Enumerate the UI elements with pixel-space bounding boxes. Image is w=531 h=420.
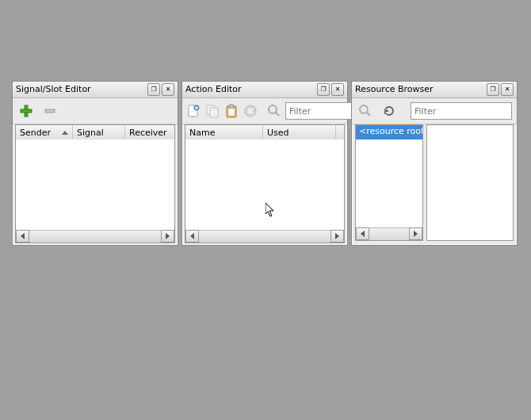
resource-preview[interactable] [426, 124, 514, 241]
svg-rect-2 [45, 109, 55, 113]
svg-rect-1 [21, 109, 32, 113]
sort-asc-icon [62, 131, 68, 135]
action-table: Name Used [185, 124, 345, 243]
column-spacer [336, 125, 344, 139]
close-icon: ✕ [166, 82, 171, 97]
remove-button[interactable] [40, 101, 60, 121]
restore-button[interactable]: ❐ [317, 83, 330, 96]
restore-icon: ❐ [320, 82, 326, 97]
copy-action-button[interactable] [204, 101, 220, 121]
column-signal[interactable]: Signal [73, 125, 125, 139]
svg-rect-8 [229, 105, 234, 108]
close-icon: ✕ [335, 82, 341, 97]
scroll-left-button[interactable] [356, 227, 369, 240]
restore-button[interactable]: ❐ [487, 83, 499, 96]
scroll-left-button[interactable] [185, 230, 199, 242]
action-editor-toolbar [182, 98, 347, 124]
chevron-right-icon [335, 233, 339, 239]
table-body[interactable] [185, 139, 344, 231]
table-header: Name Used [185, 125, 344, 140]
chevron-right-icon [166, 233, 170, 239]
scroll-left-button[interactable] [16, 230, 29, 242]
resource-browser-titlebar[interactable]: Resource Browser ❐ ✕ [352, 82, 517, 98]
signal-slot-editor-panel: Signal/Slot Editor ❐ ✕ Sender Signal Rec… [12, 81, 178, 246]
magnifier-icon [267, 104, 281, 118]
signal-slot-table: Sender Signal Receiver [15, 124, 175, 243]
action-editor-title: Action Editor [185, 82, 315, 97]
close-button[interactable]: ✕ [331, 83, 344, 96]
add-button[interactable] [16, 101, 36, 121]
resource-filter-input[interactable] [411, 102, 512, 120]
new-file-icon [186, 104, 201, 118]
new-action-button[interactable] [185, 101, 201, 121]
scroll-track[interactable] [199, 231, 330, 242]
table-header: Sender Signal Receiver [16, 125, 174, 140]
column-sender[interactable]: Sender [16, 125, 73, 139]
pencil-icon [358, 104, 372, 118]
restore-icon: ❐ [151, 82, 156, 97]
h-scrollbar[interactable] [356, 227, 422, 240]
signal-slot-toolbar [13, 98, 178, 124]
scroll-track[interactable] [369, 228, 409, 240]
svg-rect-6 [210, 108, 218, 117]
filter-zoom-button[interactable] [266, 101, 282, 121]
chevron-left-icon [190, 233, 194, 239]
paste-icon [224, 104, 239, 118]
h-scrollbar[interactable] [16, 230, 174, 242]
h-scrollbar[interactable] [185, 230, 344, 242]
delete-action-button[interactable] [243, 101, 258, 121]
column-name[interactable]: Name [185, 125, 263, 139]
chevron-left-icon [21, 233, 25, 239]
close-icon: ✕ [505, 82, 510, 97]
reload-icon [382, 104, 396, 118]
resource-toolbar [352, 98, 517, 124]
restore-icon: ❐ [490, 82, 495, 97]
close-button[interactable]: ✕ [162, 83, 174, 96]
column-used[interactable]: Used [263, 125, 336, 139]
resource-root-item[interactable]: <resource root> [356, 125, 422, 139]
scroll-track[interactable] [29, 231, 161, 242]
resource-browser-panel: Resource Browser ❐ ✕ <resource root> [351, 81, 518, 246]
restore-button[interactable]: ❐ [147, 83, 160, 96]
scroll-right-button[interactable] [330, 230, 344, 242]
paste-action-button[interactable] [223, 101, 239, 121]
delete-icon [243, 104, 258, 118]
plus-icon [20, 105, 32, 117]
svg-rect-9 [228, 109, 235, 116]
copy-icon [205, 104, 220, 118]
edit-resources-button[interactable] [355, 101, 376, 121]
reload-button[interactable] [379, 101, 399, 121]
action-filter-input[interactable] [285, 102, 352, 120]
chevron-left-icon [361, 231, 365, 237]
svg-point-11 [269, 105, 277, 113]
table-body[interactable] [16, 139, 174, 231]
action-editor-titlebar[interactable]: Action Editor ❐ ✕ [182, 82, 347, 98]
close-button[interactable]: ✕ [501, 83, 514, 96]
resource-tree[interactable]: <resource root> [355, 124, 423, 241]
scroll-right-button[interactable] [161, 230, 174, 242]
signal-slot-title: Signal/Slot Editor [16, 82, 146, 97]
minus-icon [44, 105, 56, 117]
scroll-right-button[interactable] [409, 227, 422, 240]
signal-slot-titlebar[interactable]: Signal/Slot Editor ❐ ✕ [13, 82, 178, 98]
column-receiver[interactable]: Receiver [125, 125, 174, 139]
svg-point-12 [360, 105, 368, 113]
resource-browser-title: Resource Browser [355, 82, 485, 97]
chevron-right-icon [414, 231, 418, 237]
action-editor-panel: Action Editor ❐ ✕ Name Used [181, 81, 348, 246]
